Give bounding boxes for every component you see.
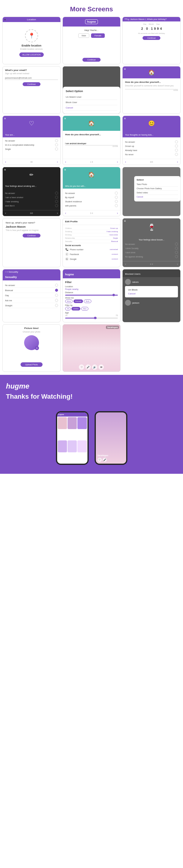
gender-female[interactable]: Female: [91, 33, 104, 38]
nav-number: 8/6: [150, 161, 153, 163]
close-icon[interactable]: ✕: [124, 220, 126, 223]
phone2-mic[interactable]: 🎤: [103, 458, 107, 462]
smoking-opt1[interactable]: No answer: [5, 191, 58, 195]
nav-right-arrow[interactable]: ›: [57, 160, 58, 163]
gender-continue-button[interactable]: Continue: [82, 58, 100, 62]
option-complicated[interactable]: Im in a complicated relationship: [5, 143, 58, 147]
nav-right-arrow[interactable]: ›: [117, 212, 118, 215]
filter-all[interactable]: All: [65, 307, 71, 310]
wine-icon: 🍷: [148, 223, 156, 231]
like-button[interactable]: ♡: [79, 365, 84, 370]
smoking-opt3[interactable]: I hate smoking: [5, 199, 58, 204]
screen-filter: hugme Filter Location People nearby Dist…: [63, 269, 121, 322]
cancel-option[interactable]: Cancel: [128, 292, 175, 296]
booze-opt2[interactable]: I drink Socially: [125, 246, 178, 250]
livewith-opt3[interactable]: Student residence: [65, 199, 118, 204]
upload-photo-button[interactable]: Upload Photo: [21, 362, 42, 367]
sexuality-opt4[interactable]: Ask me: [5, 298, 58, 303]
livewith-opt2[interactable]: By myself: [65, 195, 118, 199]
option-single[interactable]: Single: [5, 147, 58, 151]
name-continue-button[interactable]: Continue: [23, 234, 40, 238]
nav-left-arrow[interactable]: ‹: [5, 212, 6, 215]
nav-right-arrow[interactable]: ›: [177, 160, 178, 163]
birthday-continue-button[interactable]: Continue: [143, 36, 160, 40]
nav-left-arrow[interactable]: ‹: [125, 262, 126, 266]
slider-thumb[interactable]: [112, 294, 115, 296]
email-continue-button[interactable]: Continue: [23, 82, 40, 86]
kids-opt2[interactable]: Grown up: [125, 144, 178, 148]
select-video[interactable]: Select video: [137, 191, 178, 195]
tag-female[interactable]: Female: [73, 300, 83, 303]
tag-both[interactable]: Both: [84, 300, 91, 303]
filter-online[interactable]: Online: [71, 307, 80, 310]
booze-opt4[interactable]: No against drinking: [125, 254, 178, 259]
sexuality-opt2[interactable]: Bisexual: [5, 288, 58, 293]
livewith-opt4[interactable]: with parents: [65, 204, 118, 208]
gender-male[interactable]: Male: [78, 33, 89, 38]
booze-opt1[interactable]: No answer: [125, 242, 178, 246]
option-noanswer[interactable]: No answer: [5, 138, 58, 143]
close-icon[interactable]: ✕: [64, 168, 66, 171]
close-icon[interactable]: ✕: [4, 168, 6, 171]
unblock-option[interactable]: Un Block: [128, 288, 175, 292]
nav-right-arrow[interactable]: ›: [177, 262, 178, 266]
age-slider-thumb[interactable]: [94, 317, 97, 319]
date-d1: 2: [141, 27, 143, 31]
livewith-opt1[interactable]: No answer: [65, 191, 118, 195]
profile-row-sexuality[interactable]: SexualityBisexual: [65, 240, 118, 243]
close-icon[interactable]: ✕: [124, 68, 126, 71]
show-me-options: More Female Both: [65, 300, 118, 303]
smoking-opt2[interactable]: I am a have smoker: [5, 195, 58, 199]
add-photo-icon[interactable]: +: [35, 346, 39, 350]
profile-row-children[interactable]: ChildrenGrown up: [65, 227, 118, 230]
kids-opt1[interactable]: No answer: [125, 140, 178, 144]
nav-left-arrow[interactable]: ‹: [125, 160, 126, 163]
footer-phones: hugme SaraHopez ♡ 🎤: [6, 411, 177, 465]
phone2-like[interactable]: ♡: [98, 458, 102, 462]
close-icon[interactable]: ✕: [124, 117, 126, 120]
option-unmatch[interactable]: Un Match User: [66, 94, 117, 100]
smoking-opt4[interactable]: dont like it: [5, 204, 58, 208]
tag-more[interactable]: More: [65, 300, 73, 303]
phone1-content: [57, 416, 87, 464]
nav-left-arrow[interactable]: ‹: [65, 212, 66, 215]
sexuality-opt3[interactable]: Gay: [5, 293, 58, 298]
sexuality-opt5[interactable]: Straight: [5, 303, 58, 308]
nav-right-arrow[interactable]: ›: [57, 212, 58, 215]
profile-row-smoking[interactable]: SmokingI hate smoking: [65, 230, 118, 233]
filter-new[interactable]: New: [81, 307, 88, 310]
close-icon[interactable]: ✕: [4, 117, 6, 120]
booze-opt3[interactable]: I dont drink: [125, 250, 178, 254]
distance-slider[interactable]: [65, 295, 118, 296]
nav-right-arrow[interactable]: ›: [117, 160, 118, 163]
choose-gallery[interactable]: Choose Photo from Gallery: [137, 187, 178, 191]
age-slider[interactable]: [65, 318, 118, 318]
profile-row-drinking[interactable]: DrinkingI dont drink: [65, 233, 118, 237]
kids-opt3[interactable]: Already have: [125, 148, 178, 152]
speaker-button[interactable]: 🔊: [92, 365, 97, 370]
close-icon[interactable]: ✕: [4, 18, 6, 21]
profile-row-relationship[interactable]: RelationshipSingle: [65, 237, 118, 240]
phone-avatar-5: [68, 440, 77, 452]
take-photo[interactable]: Take Photo: [137, 182, 178, 187]
phone-avatar-6: [77, 440, 86, 452]
cancel-photo[interactable]: Cancel: [137, 195, 178, 199]
option-cancel[interactable]: Cancel: [66, 105, 117, 111]
mic-button[interactable]: 🎤: [85, 365, 91, 370]
option-block[interactable]: Block User: [66, 100, 117, 105]
allow-location-button[interactable]: ALLOW LOCATION: [19, 53, 44, 57]
nav-left-arrow[interactable]: ‹: [65, 160, 66, 163]
message-button[interactable]: ✉: [99, 365, 104, 370]
home-icon: 🏠: [88, 171, 95, 178]
kids-opt4[interactable]: No never: [125, 152, 178, 156]
social-facebook[interactable]: f Facebookconnect: [65, 252, 118, 256]
close-icon[interactable]: ✕: [64, 117, 66, 120]
screen-booze: 🍷 ✕ Your feelings about booze... No answ…: [122, 218, 181, 267]
nav-left-arrow[interactable]: ‹: [5, 160, 6, 163]
sexuality-back[interactable]: ‹ < Sexuality: [5, 271, 58, 273]
social-google[interactable]: G Googleconnect: [65, 256, 118, 261]
email-input[interactable]: jacksonmason@hotmail.com: [5, 76, 58, 80]
sexuality-opt1[interactable]: No answer: [5, 283, 58, 288]
social-phone[interactable]: 📞 Phone numberconnected: [65, 247, 118, 252]
describe2-input[interactable]: I am android developer: [65, 142, 118, 146]
